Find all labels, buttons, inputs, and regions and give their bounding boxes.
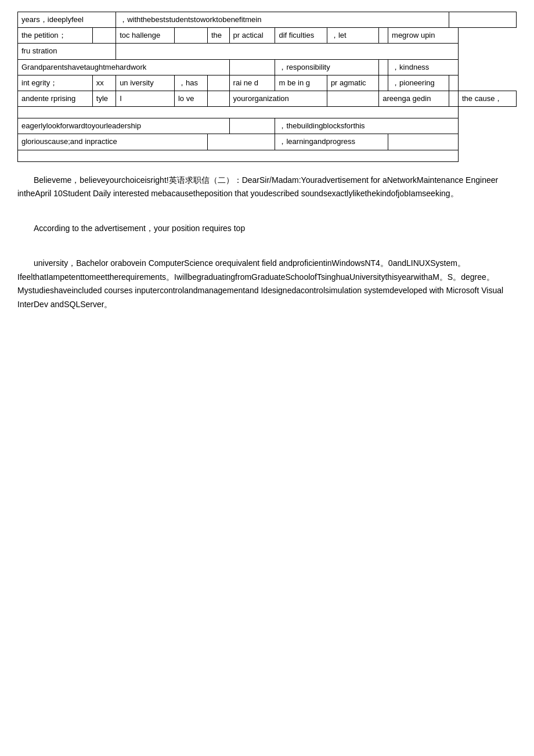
cell-cause: the cause， (459, 91, 517, 106)
table-row: eagerlylookforwardtoyourleadership ，theb… (18, 118, 517, 134)
table-row (18, 150, 517, 161)
content-table: years，ideeplyfeel ，withthebeststudentsto… (17, 12, 517, 162)
cell-empty-1 (449, 12, 517, 28)
cell-integrity: int egrity； (18, 75, 93, 91)
cell-grandparents: Grandparentshavetaughtmehardwork (18, 59, 230, 75)
cell-practical: pr actical (229, 28, 275, 44)
cell-petition: the petition； (18, 28, 93, 44)
paragraph-1: Believeme，believeyourchoiceisright!英语求职信… (17, 174, 517, 201)
cell-let: ，let (327, 28, 378, 44)
cell-empty-row5b (379, 75, 388, 91)
cell-megrow: megrow upin (388, 28, 459, 44)
cell-empty-row9 (207, 134, 275, 150)
table-row: andente rprising tyle I lo ve yourorgani… (18, 91, 517, 106)
cell-empty-row4 (229, 59, 275, 75)
cell-has: ，has (174, 75, 207, 91)
cell-university: un iversity (116, 75, 175, 91)
cell-empty-row5 (207, 75, 229, 91)
cell-mbing: m be in g (275, 75, 327, 91)
cell-building: ，thebuildingblocksforthis (275, 118, 459, 134)
table-row: years，ideeplyfeel ，withthebeststudentsto… (18, 12, 517, 28)
cell-enterprising: andente rprising (18, 91, 93, 106)
cell-empty-row6 (207, 91, 229, 106)
cell-empty-4 (379, 28, 388, 44)
paragraph-3: university，Bachelor orabovein ComputerSc… (17, 257, 517, 312)
cell-empty-row6b (327, 91, 378, 106)
cell-raised: rai ne d (229, 75, 275, 91)
table-row: the petition； toc hallenge the pr actica… (18, 28, 517, 44)
cell-responsibility: ，responsibility (275, 59, 379, 75)
cell-tyle: tyle (92, 91, 116, 106)
main-table-container: years，ideeplyfeel ，withthebeststudentsto… (17, 12, 517, 162)
cell-difficulties: dif ficulties (275, 28, 327, 44)
cell-empty-row7 (18, 107, 459, 118)
cell-engaged: areenga gedin (379, 91, 449, 106)
table-row: fru stration (18, 44, 517, 59)
cell-the: the (207, 28, 229, 44)
cell-empty-3 (174, 28, 207, 44)
table-row: int egrity； xx un iversity ，has rai ne d… (18, 75, 517, 91)
cell-I: I (116, 91, 175, 106)
cell-empty-row8 (229, 118, 275, 134)
paragraph-2: According to the advertisement，your posi… (17, 222, 517, 236)
cell-eagerly: eagerlylookforwardtoyourleadership (18, 118, 230, 134)
cell-pioneering: ，pioneering (388, 75, 449, 91)
table-row: gloriouscause;and inpractice ，learningan… (18, 134, 517, 150)
cell-toc: toc hallenge (116, 28, 175, 44)
cell-empty-row3 (116, 44, 459, 59)
cell-glorious: gloriouscause;and inpractice (18, 134, 208, 150)
cell-with: ，withthebeststudentstoworktobenefitmein (116, 12, 449, 28)
cell-empty-row6c (449, 91, 459, 106)
cell-frustration: fru stration (18, 44, 116, 59)
cell-empty-2 (92, 28, 116, 44)
cell-empty-row4b (379, 59, 388, 75)
cell-empty-row9b (388, 134, 459, 150)
cell-love: lo ve (174, 91, 207, 106)
table-row (18, 107, 517, 118)
cell-empty-row5c (449, 75, 459, 91)
cell-kindness: ，kindness (388, 59, 459, 75)
cell-years: years，ideeplyfeel (18, 12, 116, 28)
table-row: Grandparentshavetaughtmehardwork ，respon… (18, 59, 517, 75)
cell-learning: ，learningandprogress (275, 134, 388, 150)
cell-empty-row10 (18, 150, 459, 161)
cell-organization: yourorganization (229, 91, 327, 106)
cell-xx: xx (92, 75, 116, 91)
cell-pragmatic: pr agmatic (327, 75, 378, 91)
